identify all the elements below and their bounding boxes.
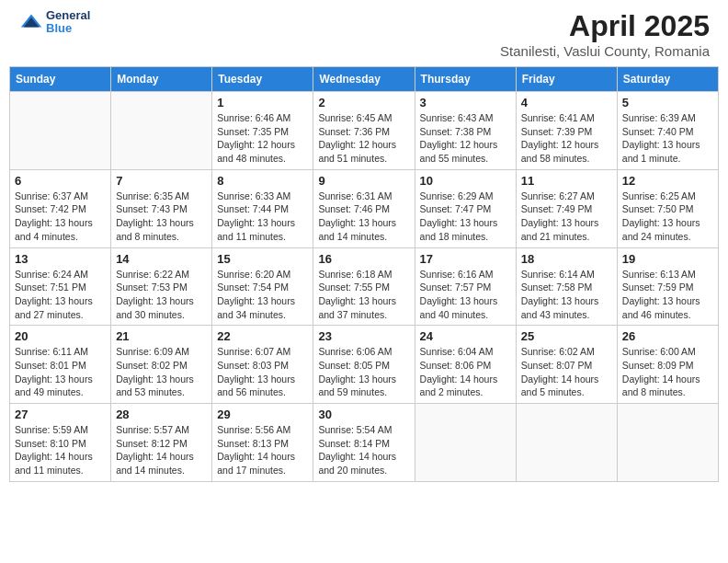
day-number: 16: [318, 252, 409, 266]
day-cell: 1Sunrise: 6:46 AMSunset: 7:35 PMDaylight…: [212, 92, 313, 170]
day-cell: 14Sunrise: 6:22 AMSunset: 7:53 PMDayligh…: [111, 247, 212, 326]
title-block: April 2025 Stanilesti, Vaslui County, Ro…: [500, 9, 710, 59]
day-number: 10: [420, 174, 511, 188]
day-cell: 7Sunrise: 6:35 AMSunset: 7:43 PMDaylight…: [111, 169, 212, 247]
logo-general: General: [46, 9, 90, 22]
day-info: Sunrise: 6:16 AMSunset: 7:57 PMDaylight:…: [420, 268, 511, 322]
day-number: 13: [15, 252, 106, 266]
day-number: 3: [420, 96, 511, 109]
week-row-4: 20Sunrise: 6:11 AMSunset: 8:01 PMDayligh…: [10, 326, 719, 404]
day-info: Sunrise: 6:41 AMSunset: 7:39 PMDaylight:…: [521, 111, 612, 166]
day-info: Sunrise: 6:35 AMSunset: 7:43 PMDaylight:…: [116, 190, 207, 244]
day-info: Sunrise: 6:09 AMSunset: 8:02 PMDaylight:…: [116, 345, 207, 399]
calendar-table: SundayMondayTuesdayWednesdayThursdayFrid…: [9, 66, 719, 482]
day-info: Sunrise: 6:27 AMSunset: 7:49 PMDaylight:…: [521, 190, 612, 244]
page-header: General Blue April 2025 Stanilesti, Vasl…: [9, 9, 719, 59]
logo-icon: [18, 9, 44, 35]
day-info: Sunrise: 6:43 AMSunset: 7:38 PMDaylight:…: [420, 111, 511, 166]
day-cell: 28Sunrise: 5:57 AMSunset: 8:12 PMDayligh…: [111, 404, 212, 482]
col-header-friday: Friday: [516, 67, 617, 92]
day-cell: 10Sunrise: 6:29 AMSunset: 7:47 PMDayligh…: [415, 169, 516, 247]
day-cell: 30Sunrise: 5:54 AMSunset: 8:14 PMDayligh…: [313, 404, 415, 482]
day-info: Sunrise: 6:46 AMSunset: 7:35 PMDaylight:…: [217, 111, 308, 166]
day-info: Sunrise: 6:00 AMSunset: 8:09 PMDaylight:…: [622, 345, 713, 399]
calendar-body: 1Sunrise: 6:46 AMSunset: 7:35 PMDaylight…: [10, 92, 719, 482]
calendar-header: SundayMondayTuesdayWednesdayThursdayFrid…: [10, 67, 719, 92]
day-cell: 9Sunrise: 6:31 AMSunset: 7:46 PMDaylight…: [313, 169, 415, 247]
day-cell: 22Sunrise: 6:07 AMSunset: 8:03 PMDayligh…: [212, 326, 313, 404]
day-number: 7: [116, 174, 207, 188]
day-number: 28: [116, 408, 207, 421]
day-number: 23: [318, 329, 409, 343]
day-cell: 17Sunrise: 6:16 AMSunset: 7:57 PMDayligh…: [415, 247, 516, 326]
day-number: 11: [521, 174, 612, 188]
col-header-saturday: Saturday: [617, 67, 718, 92]
day-cell: 16Sunrise: 6:18 AMSunset: 7:55 PMDayligh…: [313, 247, 415, 326]
day-info: Sunrise: 6:06 AMSunset: 8:05 PMDaylight:…: [318, 345, 409, 399]
day-cell: 13Sunrise: 6:24 AMSunset: 7:51 PMDayligh…: [10, 247, 111, 326]
day-cell: 27Sunrise: 5:59 AMSunset: 8:10 PMDayligh…: [10, 404, 111, 482]
day-cell: 8Sunrise: 6:33 AMSunset: 7:44 PMDaylight…: [212, 169, 313, 247]
col-header-tuesday: Tuesday: [212, 67, 313, 92]
day-number: 27: [15, 408, 106, 421]
day-cell: [617, 404, 718, 482]
day-number: 24: [420, 329, 511, 343]
day-cell: 25Sunrise: 6:02 AMSunset: 8:07 PMDayligh…: [516, 326, 617, 404]
logo-text: General Blue: [46, 9, 90, 36]
day-cell: 24Sunrise: 6:04 AMSunset: 8:06 PMDayligh…: [415, 326, 516, 404]
day-info: Sunrise: 6:02 AMSunset: 8:07 PMDaylight:…: [521, 345, 612, 399]
day-number: 6: [15, 174, 106, 188]
day-number: 5: [622, 96, 713, 109]
day-cell: 21Sunrise: 6:09 AMSunset: 8:02 PMDayligh…: [111, 326, 212, 404]
day-info: Sunrise: 6:45 AMSunset: 7:36 PMDaylight:…: [318, 111, 409, 166]
day-info: Sunrise: 6:37 AMSunset: 7:42 PMDaylight:…: [15, 190, 106, 244]
day-cell: 29Sunrise: 5:56 AMSunset: 8:13 PMDayligh…: [212, 404, 313, 482]
day-info: Sunrise: 6:11 AMSunset: 8:01 PMDaylight:…: [15, 345, 106, 399]
day-number: 30: [318, 408, 409, 421]
day-number: 17: [420, 252, 511, 266]
day-cell: 4Sunrise: 6:41 AMSunset: 7:39 PMDaylight…: [516, 92, 617, 170]
day-info: Sunrise: 5:59 AMSunset: 8:10 PMDaylight:…: [15, 423, 106, 477]
col-header-monday: Monday: [111, 67, 212, 92]
day-number: 12: [622, 174, 713, 188]
day-number: 8: [217, 174, 308, 188]
day-info: Sunrise: 6:13 AMSunset: 7:59 PMDaylight:…: [622, 268, 713, 322]
day-info: Sunrise: 6:04 AMSunset: 8:06 PMDaylight:…: [420, 345, 511, 399]
day-number: 18: [521, 252, 612, 266]
day-cell: 6Sunrise: 6:37 AMSunset: 7:42 PMDaylight…: [10, 169, 111, 247]
day-number: 1: [217, 96, 308, 109]
day-number: 15: [217, 252, 308, 266]
week-row-1: 1Sunrise: 6:46 AMSunset: 7:35 PMDaylight…: [10, 92, 719, 170]
week-row-2: 6Sunrise: 6:37 AMSunset: 7:42 PMDaylight…: [10, 169, 719, 247]
week-row-5: 27Sunrise: 5:59 AMSunset: 8:10 PMDayligh…: [10, 404, 719, 482]
day-info: Sunrise: 5:54 AMSunset: 8:14 PMDaylight:…: [318, 423, 409, 477]
day-cell: 20Sunrise: 6:11 AMSunset: 8:01 PMDayligh…: [10, 326, 111, 404]
day-number: 2: [318, 96, 409, 109]
day-cell: 15Sunrise: 6:20 AMSunset: 7:54 PMDayligh…: [212, 247, 313, 326]
page-title: April 2025: [500, 9, 710, 43]
day-cell: 12Sunrise: 6:25 AMSunset: 7:50 PMDayligh…: [617, 169, 718, 247]
day-info: Sunrise: 6:22 AMSunset: 7:53 PMDaylight:…: [116, 268, 207, 322]
day-number: 21: [116, 329, 207, 343]
day-number: 26: [622, 329, 713, 343]
day-info: Sunrise: 6:33 AMSunset: 7:44 PMDaylight:…: [217, 190, 308, 244]
day-number: 22: [217, 329, 308, 343]
day-cell: 23Sunrise: 6:06 AMSunset: 8:05 PMDayligh…: [313, 326, 415, 404]
day-info: Sunrise: 5:56 AMSunset: 8:13 PMDaylight:…: [217, 423, 308, 477]
day-number: 19: [622, 252, 713, 266]
day-number: 9: [318, 174, 409, 188]
col-header-sunday: Sunday: [10, 67, 111, 92]
day-cell: 2Sunrise: 6:45 AMSunset: 7:36 PMDaylight…: [313, 92, 415, 170]
day-info: Sunrise: 5:57 AMSunset: 8:12 PMDaylight:…: [116, 423, 207, 477]
day-cell: 11Sunrise: 6:27 AMSunset: 7:49 PMDayligh…: [516, 169, 617, 247]
day-info: Sunrise: 6:14 AMSunset: 7:58 PMDaylight:…: [521, 268, 612, 322]
day-info: Sunrise: 6:24 AMSunset: 7:51 PMDaylight:…: [15, 268, 106, 322]
day-cell: 18Sunrise: 6:14 AMSunset: 7:58 PMDayligh…: [516, 247, 617, 326]
day-cell: 26Sunrise: 6:00 AMSunset: 8:09 PMDayligh…: [617, 326, 718, 404]
day-info: Sunrise: 6:25 AMSunset: 7:50 PMDaylight:…: [622, 190, 713, 244]
day-info: Sunrise: 6:18 AMSunset: 7:55 PMDaylight:…: [318, 268, 409, 322]
page-subtitle: Stanilesti, Vaslui County, Romania: [500, 43, 710, 59]
header-row: SundayMondayTuesdayWednesdayThursdayFrid…: [10, 67, 719, 92]
day-cell: 5Sunrise: 6:39 AMSunset: 7:40 PMDaylight…: [617, 92, 718, 170]
day-number: 14: [116, 252, 207, 266]
